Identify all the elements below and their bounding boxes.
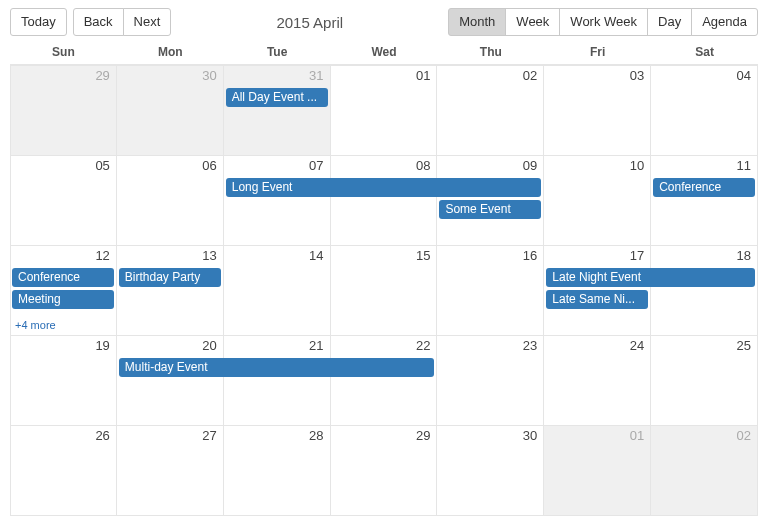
day-number: 17 bbox=[630, 248, 644, 263]
day-cell[interactable]: 15 bbox=[331, 246, 438, 336]
day-cell[interactable]: 01 bbox=[544, 426, 651, 516]
month-grid: 293031010203040506070809101112+4 more131… bbox=[10, 65, 758, 516]
calendar-event[interactable]: Some Event bbox=[439, 200, 541, 219]
view-switcher: MonthWeekWork WeekDayAgenda bbox=[448, 8, 758, 36]
day-cell[interactable]: 30 bbox=[437, 426, 544, 516]
day-number: 20 bbox=[202, 338, 216, 353]
day-number: 03 bbox=[630, 68, 644, 83]
weekday-header: Sat bbox=[651, 42, 758, 64]
day-cell[interactable]: 04 bbox=[651, 66, 758, 156]
calendar: SunMonTueWedThuFriSat 293031010203040506… bbox=[0, 42, 768, 519]
day-cell[interactable]: 06 bbox=[117, 156, 224, 246]
day-cell[interactable]: 01 bbox=[331, 66, 438, 156]
weekday-header: Fri bbox=[544, 42, 651, 64]
day-number: 05 bbox=[95, 158, 109, 173]
day-number: 22 bbox=[416, 338, 430, 353]
day-number: 15 bbox=[416, 248, 430, 263]
calendar-event[interactable]: Meeting bbox=[12, 290, 114, 309]
day-cell[interactable]: 16 bbox=[437, 246, 544, 336]
calendar-event[interactable]: Long Event bbox=[226, 178, 542, 197]
weekday-header: Thu bbox=[437, 42, 544, 64]
calendar-event[interactable]: Birthday Party bbox=[119, 268, 221, 287]
calendar-event[interactable]: Late Night Event bbox=[546, 268, 755, 287]
day-number: 19 bbox=[95, 338, 109, 353]
nav-group: Back Next bbox=[73, 8, 172, 36]
day-cell[interactable]: 07 bbox=[224, 156, 331, 246]
day-number: 02 bbox=[737, 428, 751, 443]
view-week-button[interactable]: Week bbox=[505, 8, 560, 36]
day-number: 01 bbox=[416, 68, 430, 83]
weekday-header: Mon bbox=[117, 42, 224, 64]
day-number: 24 bbox=[630, 338, 644, 353]
calendar-event[interactable]: Multi-day Event bbox=[119, 358, 435, 377]
day-number: 07 bbox=[309, 158, 323, 173]
weekday-header: Sun bbox=[10, 42, 117, 64]
day-number: 28 bbox=[309, 428, 323, 443]
day-cell[interactable]: 20 bbox=[117, 336, 224, 426]
day-cell[interactable]: 28 bbox=[224, 426, 331, 516]
calendar-event[interactable]: Conference bbox=[12, 268, 114, 287]
day-number: 31 bbox=[309, 68, 323, 83]
day-cell[interactable]: 10 bbox=[544, 156, 651, 246]
view-month-button[interactable]: Month bbox=[448, 8, 506, 36]
day-number: 02 bbox=[523, 68, 537, 83]
day-cell[interactable]: 14 bbox=[224, 246, 331, 336]
view-agenda-button[interactable]: Agenda bbox=[691, 8, 758, 36]
day-number: 27 bbox=[202, 428, 216, 443]
day-number: 08 bbox=[416, 158, 430, 173]
day-number: 18 bbox=[737, 248, 751, 263]
calendar-event[interactable]: All Day Event ... bbox=[226, 88, 328, 107]
weekday-header: Tue bbox=[224, 42, 331, 64]
day-number: 23 bbox=[523, 338, 537, 353]
weekday-header: Wed bbox=[331, 42, 438, 64]
next-button[interactable]: Next bbox=[123, 8, 172, 36]
day-number: 09 bbox=[523, 158, 537, 173]
day-cell[interactable]: 22 bbox=[331, 336, 438, 426]
day-number: 10 bbox=[630, 158, 644, 173]
day-cell[interactable]: 02 bbox=[437, 66, 544, 156]
day-cell[interactable]: 21 bbox=[224, 336, 331, 426]
day-number: 29 bbox=[95, 68, 109, 83]
view-work-week-button[interactable]: Work Week bbox=[559, 8, 648, 36]
day-number: 16 bbox=[523, 248, 537, 263]
day-number: 11 bbox=[737, 158, 751, 173]
day-cell[interactable]: 31 bbox=[224, 66, 331, 156]
day-cell[interactable]: 29 bbox=[331, 426, 438, 516]
weekday-header-row: SunMonTueWedThuFriSat bbox=[10, 42, 758, 65]
day-cell[interactable]: 18 bbox=[651, 246, 758, 336]
day-number: 01 bbox=[630, 428, 644, 443]
day-number: 21 bbox=[309, 338, 323, 353]
calendar-event[interactable]: Conference bbox=[653, 178, 755, 197]
day-cell[interactable]: 27 bbox=[117, 426, 224, 516]
day-cell[interactable]: 29 bbox=[10, 66, 117, 156]
day-cell[interactable]: 08 bbox=[331, 156, 438, 246]
view-day-button[interactable]: Day bbox=[647, 8, 692, 36]
day-number: 06 bbox=[202, 158, 216, 173]
day-cell[interactable]: 03 bbox=[544, 66, 651, 156]
day-number: 04 bbox=[737, 68, 751, 83]
day-number: 30 bbox=[202, 68, 216, 83]
day-number: 14 bbox=[309, 248, 323, 263]
day-cell[interactable]: 26 bbox=[10, 426, 117, 516]
calendar-title: 2015 April bbox=[177, 14, 442, 31]
today-button[interactable]: Today bbox=[10, 8, 67, 36]
more-events-link[interactable]: +4 more bbox=[15, 319, 56, 331]
day-cell[interactable]: 19 bbox=[10, 336, 117, 426]
day-cell[interactable]: 23 bbox=[437, 336, 544, 426]
day-number: 12 bbox=[95, 248, 109, 263]
day-cell[interactable]: 11 bbox=[651, 156, 758, 246]
day-cell[interactable]: 25 bbox=[651, 336, 758, 426]
day-number: 26 bbox=[95, 428, 109, 443]
day-number: 29 bbox=[416, 428, 430, 443]
calendar-toolbar: Today Back Next 2015 April MonthWeekWork… bbox=[0, 0, 768, 42]
day-cell[interactable]: 30 bbox=[117, 66, 224, 156]
day-cell[interactable]: 24 bbox=[544, 336, 651, 426]
day-number: 25 bbox=[737, 338, 751, 353]
day-number: 13 bbox=[202, 248, 216, 263]
day-number: 30 bbox=[523, 428, 537, 443]
day-cell[interactable]: 13 bbox=[117, 246, 224, 336]
calendar-event[interactable]: Late Same Ni... bbox=[546, 290, 648, 309]
back-button[interactable]: Back bbox=[73, 8, 124, 36]
day-cell[interactable]: 05 bbox=[10, 156, 117, 246]
day-cell[interactable]: 02 bbox=[651, 426, 758, 516]
